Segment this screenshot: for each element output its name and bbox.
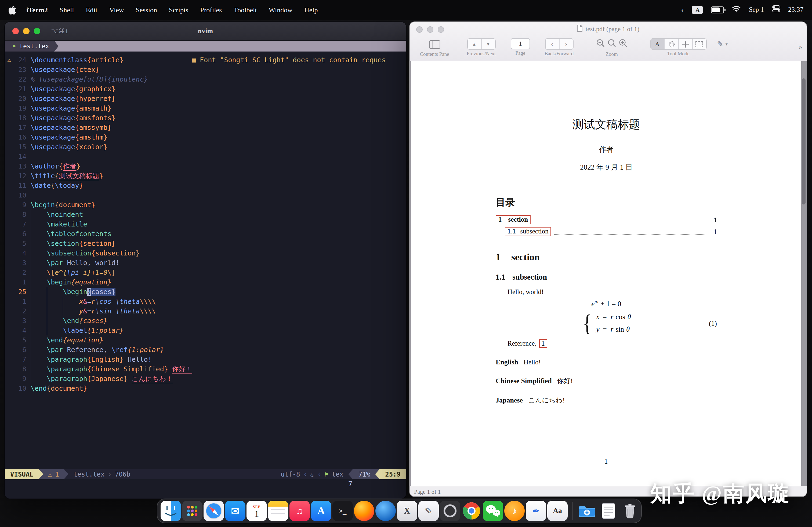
editor-line[interactable]: ⚠24\documentclass{article}■ Font "Songti… bbox=[5, 55, 406, 65]
editor-line[interactable]: 15\usepackage{xcolor} bbox=[5, 142, 406, 152]
back-button[interactable]: ‹ bbox=[545, 39, 559, 49]
menu-date[interactable]: Sep 1 bbox=[749, 6, 764, 14]
editor-line[interactable]: 14 bbox=[5, 152, 406, 162]
dock-finder[interactable] bbox=[161, 501, 181, 521]
editor-line[interactable]: 2 \[e^{\pi i}+1=0\] bbox=[5, 268, 406, 277]
dock-music-orange[interactable]: ♪ bbox=[504, 501, 525, 521]
dock-safari[interactable] bbox=[204, 501, 224, 521]
editor-line[interactable]: 19\usepackage{amsmath} bbox=[5, 104, 406, 113]
dock-launchpad[interactable] bbox=[182, 501, 202, 521]
editor-line[interactable]: 8 \noindent bbox=[5, 210, 406, 220]
page-number-field[interactable]: 1 bbox=[511, 38, 530, 49]
editor-line[interactable]: 2 y&=r\sin \theta\\\\ bbox=[5, 306, 406, 316]
menu-profiles[interactable]: Profiles bbox=[194, 6, 228, 14]
menu-scripts[interactable]: Scripts bbox=[163, 6, 194, 14]
editor-area[interactable]: ⚠24\documentclass{article}■ Font "Songti… bbox=[5, 51, 406, 469]
editor-line[interactable]: 1 \begin{equation} bbox=[5, 277, 406, 287]
editor-line[interactable]: 7 \maketitle bbox=[5, 220, 406, 229]
editor-line[interactable]: 25 \begin{cases} bbox=[5, 287, 406, 297]
editor-line[interactable]: 23\usepackage{ctex} bbox=[5, 65, 406, 75]
editor-line[interactable]: 20\usepackage{hyperref} bbox=[5, 94, 406, 104]
editor-line[interactable]: 11\date{\today} bbox=[5, 181, 406, 191]
dock-pen-app[interactable]: ✒ bbox=[526, 501, 546, 521]
close-button[interactable] bbox=[416, 26, 423, 33]
editor-line[interactable]: 5 \end{equation} bbox=[5, 335, 406, 345]
editor-line[interactable]: 4 \label{1:polar} bbox=[5, 326, 406, 335]
editor-line[interactable]: 4 \subsection{subsection} bbox=[5, 249, 406, 258]
next-page-button[interactable]: ▼ bbox=[481, 39, 495, 49]
editor-line[interactable]: 8 \paragraph{Chinese Simplified} 你好！ bbox=[5, 364, 406, 374]
reference-link[interactable]: 1 bbox=[539, 339, 548, 347]
editor-line[interactable]: 6 \tableofcontents bbox=[5, 229, 406, 239]
dock-fonts-app[interactable]: Aa bbox=[547, 501, 568, 521]
dock-texshop[interactable]: ✎ bbox=[418, 501, 439, 521]
dock-gray-ring-app[interactable] bbox=[440, 501, 460, 521]
toc-link[interactable]: 1.1subsection bbox=[505, 227, 551, 236]
previous-page-button[interactable]: ▲ bbox=[467, 39, 481, 49]
dock-downloads[interactable] bbox=[577, 501, 597, 521]
dock-music[interactable]: ♫ bbox=[289, 501, 310, 521]
tab-test-tex[interactable]: ⚑ test.tex bbox=[5, 41, 55, 51]
dock-calendar[interactable]: SEP1 bbox=[246, 501, 267, 521]
dock-thunderbird[interactable] bbox=[375, 501, 396, 521]
pdf-scrollbar[interactable] bbox=[802, 78, 806, 205]
editor-line[interactable]: 3 \par Hello, world! bbox=[5, 258, 406, 268]
forward-button[interactable]: › bbox=[559, 39, 573, 49]
toc-link[interactable]: 1section bbox=[496, 215, 531, 224]
apple-menu-icon[interactable] bbox=[9, 5, 16, 15]
editor-line[interactable]: 22% \usepackage[utf8]{inputenc} bbox=[5, 75, 406, 84]
dock-notes[interactable] bbox=[268, 501, 288, 521]
menu-clock[interactable]: 23:37 bbox=[788, 6, 803, 14]
scroll-tool-button[interactable] bbox=[678, 39, 692, 49]
dock-wechat[interactable] bbox=[483, 501, 503, 521]
editor-line[interactable]: 7 \paragraph{English} Hello! bbox=[5, 355, 406, 364]
select-tool-button[interactable] bbox=[692, 39, 706, 49]
editor-line[interactable]: 6 \par Reference, \ref{1:polar} bbox=[5, 345, 406, 355]
dock-app-store[interactable]: A bbox=[311, 501, 331, 521]
editor-line[interactable]: 16\usepackage{amsthm} bbox=[5, 133, 406, 142]
hand-tool-button[interactable] bbox=[664, 39, 678, 49]
menu-session[interactable]: Session bbox=[130, 6, 163, 14]
toolbar-overflow-button[interactable]: » bbox=[799, 43, 802, 51]
dock-trash[interactable] bbox=[620, 501, 640, 521]
editor-line[interactable]: 9 \paragraph{Japanese} こんにちわ！ bbox=[5, 374, 406, 384]
editor-line[interactable]: 18\usepackage{amsfonts} bbox=[5, 113, 406, 123]
dock-xquartz[interactable]: X bbox=[397, 501, 417, 521]
dock-documents-stack[interactable] bbox=[598, 501, 619, 521]
menu-iterm2[interactable]: iTerm2 bbox=[20, 6, 54, 14]
zoom-out-icon[interactable] bbox=[596, 39, 605, 50]
contents-pane-button[interactable] bbox=[429, 38, 440, 50]
editor-line[interactable]: 12\title{测试文稿标题} bbox=[5, 171, 406, 181]
editor-line[interactable]: 9\begin{document} bbox=[5, 200, 406, 210]
editor-line[interactable]: 10 bbox=[5, 191, 406, 200]
minimize-button[interactable] bbox=[23, 28, 30, 34]
input-source-icon[interactable]: A bbox=[692, 6, 703, 14]
annotate-tool-button[interactable]: ✎▾ bbox=[717, 38, 728, 50]
menu-edit[interactable]: Edit bbox=[80, 6, 103, 14]
menu-toolbelt[interactable]: Toolbelt bbox=[228, 6, 263, 14]
dock-terminal[interactable]: >_ bbox=[332, 501, 353, 521]
editor-line[interactable]: 5 \section{section} bbox=[5, 239, 406, 249]
collapse-chevron-icon[interactable]: ‹ bbox=[681, 5, 684, 15]
menu-help[interactable]: Help bbox=[298, 6, 324, 14]
dock-mail[interactable]: ✉ bbox=[225, 501, 245, 521]
zoom-in-icon[interactable] bbox=[619, 39, 627, 50]
editor-line[interactable]: 13\author{作者} bbox=[5, 162, 406, 171]
close-button[interactable] bbox=[12, 28, 19, 34]
editor-line[interactable]: 3 \end{cases} bbox=[5, 316, 406, 326]
minimize-button[interactable] bbox=[427, 26, 433, 33]
wifi-icon[interactable] bbox=[732, 6, 741, 14]
control-center-icon[interactable] bbox=[772, 5, 780, 15]
actual-size-icon[interactable] bbox=[607, 39, 616, 50]
dock-chrome[interactable] bbox=[461, 501, 482, 521]
editor-line[interactable]: 10\end{document} bbox=[5, 384, 406, 393]
menu-shell[interactable]: Shell bbox=[54, 6, 80, 14]
menu-window[interactable]: Window bbox=[263, 6, 298, 14]
battery-icon[interactable] bbox=[711, 6, 724, 13]
editor-line[interactable]: 17\usepackage{amssymb} bbox=[5, 123, 406, 133]
zoom-button[interactable] bbox=[34, 28, 40, 34]
dock-firefox[interactable] bbox=[354, 501, 374, 521]
editor-line[interactable]: 21\usepackage{graphicx} bbox=[5, 84, 406, 94]
text-tool-button[interactable]: A bbox=[651, 39, 664, 49]
editor-line[interactable]: 1 x&=r\cos \theta\\\\ bbox=[5, 297, 406, 306]
